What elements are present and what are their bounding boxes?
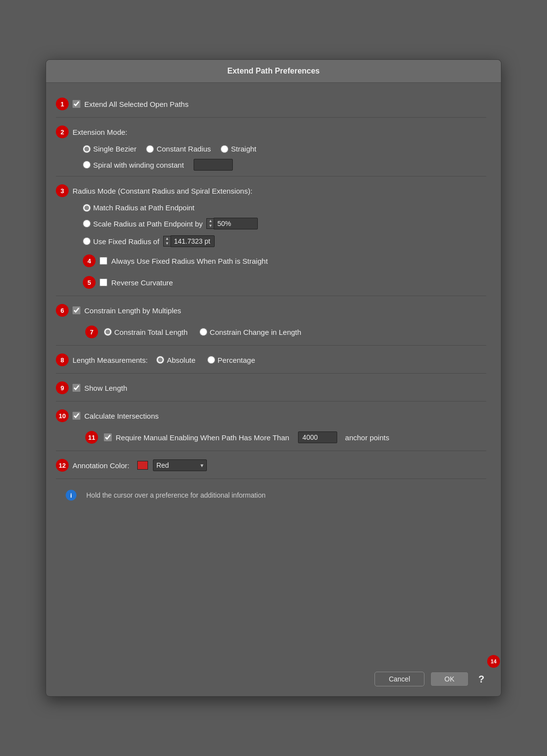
fixed-radius-straight-checkbox[interactable] (99, 257, 107, 265)
fixed-radius-straight-label: Always Use Fixed Radius When Path is Str… (111, 257, 268, 265)
section-11-row: 11 Require Manual Enabling When Path Has… (56, 426, 486, 448)
require-manual-label: Require Manual Enabling When Path Has Mo… (116, 433, 289, 442)
calc-intersections-checkbox[interactable] (73, 412, 80, 420)
help-badge-area: 14 (487, 655, 500, 668)
badge-14: 14 (487, 655, 500, 668)
fixed-radius-radio[interactable] (83, 237, 91, 245)
extension-mode-options: Single Bezier Constant Radius Straight S… (56, 142, 486, 173)
constrain-change-option[interactable]: Constrain Change in Length (199, 328, 301, 336)
badge-7: 7 (85, 326, 98, 338)
radius-row-1: Match Radius at Path Endpoint (83, 201, 486, 214)
single-bezier-radio[interactable] (83, 145, 91, 153)
extend-all-label: Extend All Selected Open Paths (84, 100, 189, 108)
section-9-row: 9 Show Length (56, 377, 486, 398)
calc-intersections-label: Calculate Intersections (84, 412, 159, 420)
fixed-down-arrow[interactable]: ▼ (164, 241, 171, 246)
extend-all-checkbox[interactable] (73, 100, 80, 108)
section-4-row: 4 Always Use Fixed Radius When Path is S… (83, 250, 486, 271)
match-radius-radio[interactable] (83, 204, 91, 212)
require-manual-checkbox[interactable] (104, 433, 112, 441)
badge-11: 11 (85, 431, 98, 444)
spiral-option[interactable]: Spiral with winding constant (83, 161, 184, 169)
divider-3 (56, 296, 486, 296)
percentage-radio[interactable] (207, 356, 215, 364)
scale-down-arrow[interactable]: ▼ (207, 224, 214, 228)
color-dropdown[interactable]: Red Green Blue Yellow (153, 459, 207, 471)
scale-up-arrow[interactable]: ▲ (207, 219, 214, 224)
spiral-radio[interactable] (83, 161, 91, 169)
dialog-body: 1 Extend All Selected Open Paths 2 Exten… (46, 83, 501, 664)
constrain-change-label: Constrain Change in Length (210, 328, 301, 336)
scale-input[interactable] (214, 218, 258, 229)
section-10-row: 10 Calculate Intersections (56, 404, 486, 426)
info-text: Hold the cursor over a preference for ad… (86, 491, 266, 499)
constant-radius-label: Constant Radius (156, 145, 211, 153)
divider-6 (56, 401, 486, 402)
constant-radius-radio[interactable] (146, 145, 154, 153)
section-2-header: 2 Extension Mode: (56, 121, 486, 142)
show-length-label: Show Length (84, 384, 127, 392)
reverse-curvature-label: Reverse Curvature (111, 278, 173, 287)
divider-4 (56, 345, 486, 346)
absolute-radio[interactable] (156, 356, 164, 364)
match-radius-option[interactable]: Match Radius at Path Endpoint (83, 203, 195, 212)
match-radius-label: Match Radius at Path Endpoint (93, 203, 195, 212)
section-8-row: 8 Length Measurements: Absolute Percenta… (56, 349, 486, 370)
percentage-label: Percentage (218, 356, 255, 364)
straight-radio[interactable] (221, 145, 228, 153)
single-bezier-label: Single Bezier (93, 145, 136, 153)
section-5-row: 5 Reverse Curvature (83, 271, 486, 293)
section-13-row: 13 i Hold the cursor over a preference f… (56, 485, 486, 504)
section-7-row: 7 Constrain Total Length Constrain Chang… (56, 321, 486, 342)
scale-radius-radio[interactable] (83, 220, 91, 227)
scale-spinner-arrows[interactable]: ▲ ▼ (206, 218, 214, 229)
badge-1: 1 (56, 98, 69, 110)
scale-radius-option[interactable]: Scale Radius at Path Endpoint by (83, 220, 202, 228)
info-icon: i (66, 490, 76, 501)
section-12-row: 12 Annotation Color: Red Green Blue Yell… (56, 454, 486, 476)
single-bezier-option[interactable]: Single Bezier (83, 145, 136, 153)
anchor-points-input[interactable] (298, 431, 337, 443)
cancel-button[interactable]: Cancel (374, 672, 424, 686)
color-select-wrapper: Red Green Blue Yellow ▼ (153, 459, 207, 471)
color-swatch (137, 461, 148, 470)
spiral-value-input[interactable]: 0.4096 (194, 159, 233, 171)
constrain-change-radio[interactable] (199, 328, 207, 336)
radius-row-3: Use Fixed Radius of ▲ ▼ (83, 233, 486, 250)
constrain-total-radio[interactable] (104, 328, 112, 336)
badge-12: 12 (56, 459, 69, 472)
fixed-spinner-arrows[interactable]: ▲ ▼ (163, 236, 171, 247)
fixed-radius-label: Use Fixed Radius of (93, 237, 159, 246)
badge-5: 5 (83, 276, 96, 289)
show-length-checkbox[interactable] (73, 384, 80, 392)
divider-5 (56, 373, 486, 374)
straight-option[interactable]: Straight (221, 145, 256, 153)
extension-mode-row-1: Single Bezier Constant Radius Straight (83, 142, 486, 155)
badge-3: 3 (56, 184, 69, 197)
sections-4-5: 4 Always Use Fixed Radius When Path is S… (56, 250, 486, 293)
fixed-radius-option[interactable]: Use Fixed Radius of (83, 237, 159, 246)
section-1-row: 1 Extend All Selected Open Paths (56, 93, 486, 114)
constrain-total-option[interactable]: Constrain Total Length (104, 328, 188, 336)
dialog-title: Extend Path Preferences (46, 60, 501, 83)
badge-4: 4 (83, 254, 96, 267)
percentage-option[interactable]: Percentage (207, 356, 255, 364)
divider-7 (56, 451, 486, 451)
badge-10: 10 (56, 409, 69, 422)
help-button[interactable]: ? (476, 674, 486, 684)
length-measurements-label: Length Measurements: (73, 356, 148, 364)
radius-mode-options: Match Radius at Path Endpoint Scale Radi… (56, 201, 486, 250)
extension-mode-row-2: Spiral with winding constant 0.4096 (83, 156, 486, 173)
divider-2 (56, 176, 486, 176)
fixed-up-arrow[interactable]: ▲ (164, 236, 171, 241)
color-select-area: Red Green Blue Yellow ▼ (137, 459, 207, 471)
radius-row-2: Scale Radius at Path Endpoint by ▲ ▼ (83, 215, 486, 232)
constrain-length-checkbox[interactable] (73, 306, 80, 314)
reverse-curvature-checkbox[interactable] (99, 278, 107, 286)
badge-2: 2 (56, 126, 69, 138)
ok-button[interactable]: OK (430, 672, 469, 686)
fixed-input[interactable] (171, 235, 215, 247)
absolute-option[interactable]: Absolute (156, 356, 195, 364)
constrain-length-label: Constrain Length by Multiples (84, 306, 181, 315)
constant-radius-option[interactable]: Constant Radius (146, 145, 211, 153)
